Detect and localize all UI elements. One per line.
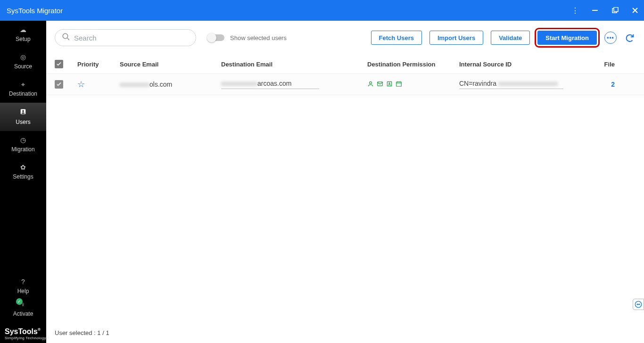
row-checkbox[interactable] — [55, 80, 63, 89]
source-email-cell: xxxxxxxxxols.com — [120, 81, 221, 88]
fetch-users-button[interactable]: Fetch Users — [371, 31, 422, 45]
sidebar-item-help[interactable]: ? Help — [0, 273, 46, 300]
brand-tagline: Simplifying Technology — [5, 336, 46, 340]
brand-logo: SysTools® Simplifying Technology — [0, 323, 46, 343]
sidebar: ☁ Setup ◎ Source ⌖ Destination Users ◷ M… — [0, 21, 46, 343]
maximize-icon[interactable] — [612, 7, 619, 14]
kebab-icon[interactable]: ⋮ — [571, 6, 579, 15]
sidebar-item-label: Setup — [16, 36, 30, 42]
table-row[interactable]: ☆ xxxxxxxxxols.com xxxxxxxxxxxarcoas.com — [46, 74, 644, 95]
svg-rect-10 — [396, 82, 402, 86]
sidebar-item-label: Destination — [9, 90, 37, 97]
dest-email-suffix: arcoas.com — [257, 80, 291, 87]
search-box[interactable] — [55, 29, 196, 46]
refresh-button[interactable] — [624, 32, 636, 43]
redacted-text: xxxxxxxxxxx — [221, 80, 257, 87]
sidebar-item-label: Users — [16, 119, 30, 125]
brand-name: SysTools — [5, 327, 38, 335]
close-icon[interactable] — [632, 7, 638, 14]
sidebar-item-source[interactable]: ◎ Source — [0, 48, 46, 75]
clock-icon: ◷ — [20, 137, 26, 143]
svg-point-5 — [63, 33, 68, 39]
content-area: Show selected users Fetch Users Import U… — [46, 21, 644, 343]
svg-rect-2 — [614, 8, 618, 12]
selected-count: 1 / 1 — [97, 329, 109, 336]
teamviewer-badge[interactable] — [633, 299, 644, 310]
show-selected-toggle[interactable] — [208, 34, 224, 41]
sidebar-item-migration[interactable]: ◷ Migration — [0, 131, 46, 158]
sidebar-item-label: Settings — [13, 173, 33, 180]
redacted-text: xxxxxxxxx — [120, 81, 149, 88]
internal-id-cell: CN=ravindra xxxxxxxxxxxxxxxxxx — [459, 80, 586, 89]
sidebar-item-users[interactable]: Users — [0, 103, 46, 131]
col-destination[interactable]: Destination Email — [221, 61, 367, 68]
user-icon — [20, 108, 26, 116]
contact-icon — [386, 81, 393, 89]
svg-point-4 — [22, 110, 24, 112]
col-permission[interactable]: Destination Permission — [367, 61, 459, 68]
validate-button[interactable]: Validate — [491, 31, 530, 45]
source-email-suffix: ols.com — [149, 81, 172, 88]
sidebar-item-destination[interactable]: ⌖ Destination — [0, 75, 46, 103]
star-icon[interactable]: ☆ — [77, 79, 85, 90]
app-title: SysTools Migrator — [7, 7, 63, 15]
svg-point-9 — [389, 82, 390, 83]
import-users-button[interactable]: Import Users — [429, 31, 483, 45]
table-header: Priority Source Email Destination Email … — [46, 55, 644, 74]
select-all-checkbox[interactable] — [55, 60, 63, 68]
col-file[interactable]: File — [586, 61, 615, 68]
sidebar-item-label: Migration — [11, 146, 34, 153]
check-badge-icon: ✓ — [16, 298, 23, 305]
toggle-label: Show selected users — [230, 34, 287, 41]
svg-rect-0 — [592, 10, 598, 11]
redacted-text: xxxxxxxxxxxxxxxxxx — [498, 80, 558, 87]
search-input[interactable] — [74, 34, 189, 42]
status-footer: User selected : 1 / 1 — [46, 329, 644, 343]
target-icon: ◎ — [20, 54, 26, 60]
gear-icon: ✿ — [20, 164, 26, 171]
col-source[interactable]: Source Email — [120, 61, 221, 68]
destination-email-cell: xxxxxxxxxxxarcoas.com — [221, 80, 367, 89]
sidebar-item-activate[interactable]: ✓ ♀ Activate — [0, 300, 46, 323]
locate-icon: ⌖ — [21, 81, 25, 88]
help-icon: ? — [21, 278, 25, 285]
search-icon — [62, 33, 70, 43]
cloud-icon: ☁ — [20, 26, 26, 33]
sidebar-item-label: Help — [17, 288, 29, 294]
sidebar-item-settings[interactable]: ✿ Settings — [0, 158, 46, 186]
sidebar-item-label: Source — [14, 63, 32, 70]
sidebar-item-label: Activate — [13, 310, 33, 317]
more-actions-button[interactable]: ••• — [604, 32, 617, 44]
permission-icons — [367, 81, 459, 89]
internal-id-prefix: CN=ravindra — [459, 80, 496, 87]
toolbar: Show selected users Fetch Users Import U… — [46, 21, 644, 55]
mail-icon — [377, 81, 383, 89]
sidebar-item-setup[interactable]: ☁ Setup — [0, 21, 46, 48]
col-priority[interactable]: Priority — [77, 61, 120, 68]
col-internal-id[interactable]: Internal Source ID — [459, 61, 586, 68]
titlebar: SysTools Migrator ⋮ — [0, 0, 644, 21]
start-migration-button[interactable]: Start Migration — [537, 31, 597, 45]
window-controls: ⋮ — [571, 6, 638, 15]
svg-point-6 — [370, 82, 372, 84]
file-count-link[interactable]: 2 — [611, 81, 615, 88]
selected-label: User selected : — [55, 329, 97, 336]
person-icon — [367, 81, 374, 89]
calendar-icon — [396, 81, 402, 89]
minimize-icon[interactable] — [592, 7, 599, 14]
